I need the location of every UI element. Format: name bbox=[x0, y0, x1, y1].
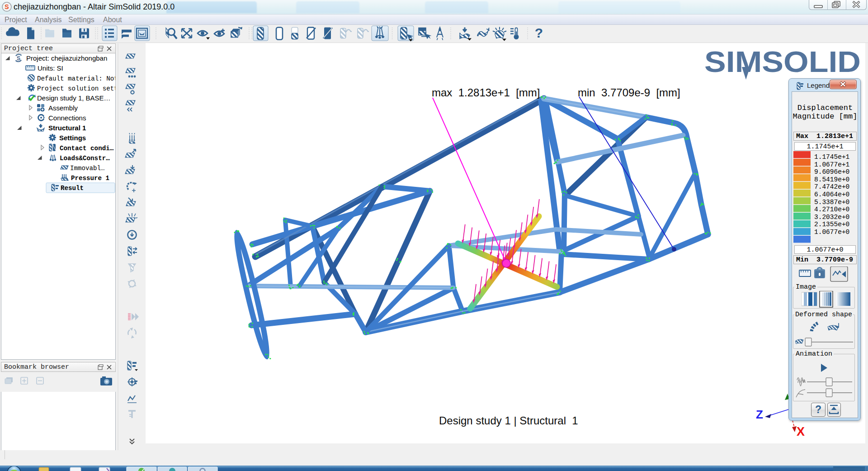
svg-text:Contact condi…: Contact condi… bbox=[60, 145, 114, 152]
svg-text:X: X bbox=[797, 425, 805, 438]
svg-text:Result: Result bbox=[61, 185, 84, 192]
svg-text:Assembly: Assembly bbox=[48, 104, 78, 112]
svg-text:Units: SI: Units: SI bbox=[38, 64, 63, 72]
svg-text:max 1.2813e+1 [mm]: max 1.2813e+1 [mm] bbox=[432, 86, 540, 99]
svg-text:Z: Z bbox=[756, 408, 763, 421]
svg-text:S: S bbox=[17, 55, 20, 62]
svg-text:min 3.7709e-9 [mm]: min 3.7709e-9 [mm] bbox=[578, 86, 680, 99]
svg-text:S: S bbox=[5, 3, 9, 10]
svg-text:Settings: Settings bbox=[59, 134, 86, 142]
svg-text:Pressure 1: Pressure 1 bbox=[71, 175, 109, 182]
svg-text:Structural 1: Structural 1 bbox=[48, 124, 86, 132]
svg-text:Default material: Not: Default material: Not bbox=[37, 75, 115, 82]
svg-text:Connections: Connections bbox=[48, 114, 86, 122]
svg-text:Project solution setti: Project solution setti bbox=[37, 85, 115, 92]
svg-text:Design study 1 | Structural 1: Design study 1 | Structural 1 bbox=[439, 414, 578, 427]
svg-text:?: ? bbox=[535, 25, 543, 40]
svg-text:Loads&Constr…: Loads&Constr… bbox=[60, 155, 110, 162]
svg-text:Project: chejiazuizhongban: Project: chejiazuizhongban bbox=[26, 54, 107, 62]
svg-text:SIMSOLID: SIMSOLID bbox=[704, 46, 861, 78]
svg-text:Immovabl…: Immovabl… bbox=[70, 165, 105, 172]
svg-text:Design study 1, BASE…: Design study 1, BASE… bbox=[37, 94, 111, 102]
